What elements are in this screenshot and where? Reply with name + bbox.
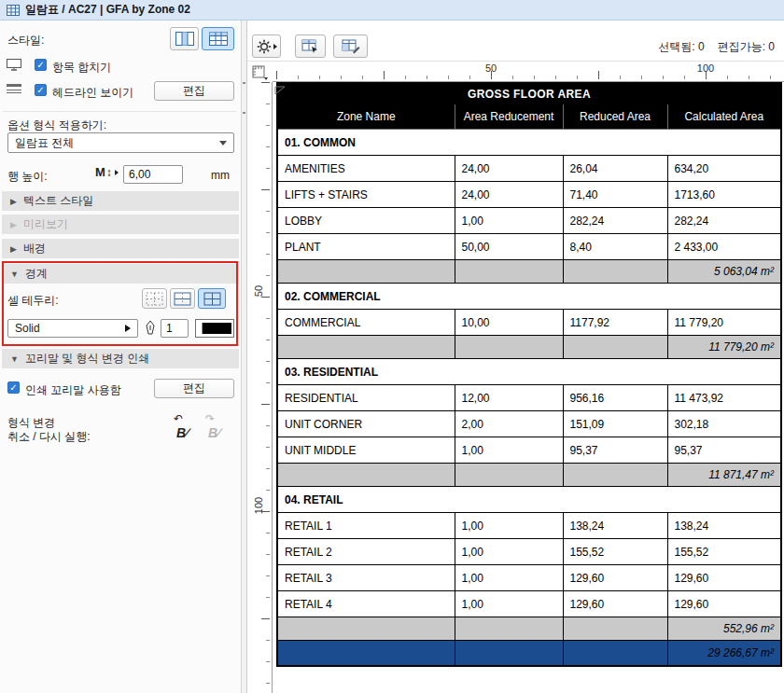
zone-name-cell[interactable]: PLANT — [277, 234, 455, 260]
value-cell[interactable]: 24,00 — [455, 182, 563, 208]
table-row: 11 871,47 m² — [277, 464, 781, 487]
zone-name-cell[interactable]: LOBBY — [277, 208, 455, 234]
zone-name-cell[interactable]: AMENITIES — [277, 156, 455, 182]
column-header[interactable]: Zone Name — [277, 104, 455, 130]
line-type-value: Solid — [15, 322, 40, 335]
value-cell[interactable]: 956,16 — [563, 385, 667, 411]
table-column-tool-button[interactable] — [295, 35, 326, 58]
section-text-style[interactable]: ▶ 텍스트 스타일 — [2, 191, 239, 211]
section-preview: ▶ 미리보기 — [2, 215, 239, 234]
value-cell[interactable]: 11 779,20 — [667, 310, 781, 336]
group-header[interactable]: 04. RETAIL — [277, 487, 781, 513]
group-header[interactable]: 01. COMMON — [277, 130, 781, 156]
value-cell[interactable]: 155,52 — [563, 539, 667, 565]
value-cell[interactable]: 282,24 — [563, 208, 667, 234]
footer-edit-button[interactable]: 편집 — [154, 379, 234, 398]
value-cell[interactable]: 71,40 — [563, 182, 667, 208]
zone-name-cell[interactable]: UNIT CORNER — [277, 411, 455, 437]
zone-name-cell[interactable]: RETAIL 3 — [277, 565, 455, 591]
h-ruler-mark-50: 50 — [485, 62, 497, 74]
headline-checkbox[interactable]: ✓ — [35, 84, 47, 96]
headline-edit-button[interactable]: 편집 — [154, 81, 234, 101]
zone-name-cell[interactable]: UNIT MIDDLE — [277, 437, 455, 464]
table-cell — [455, 336, 563, 359]
style-grid-1-button[interactable] — [170, 27, 199, 50]
value-cell[interactable]: 95,37 — [667, 437, 781, 464]
value-cell[interactable]: 129,60 — [667, 591, 781, 617]
value-cell[interactable]: 129,60 — [563, 565, 667, 591]
format-undo-button[interactable]: ↶B∕ — [171, 414, 199, 440]
pen-color-button[interactable] — [195, 319, 234, 338]
schedule-canvas[interactable]: GROSS FLOOR AREAZone NameArea Reducement… — [273, 82, 784, 693]
row-height-input[interactable] — [123, 165, 183, 184]
value-cell[interactable]: 155,52 — [667, 539, 781, 565]
pen-weight-input[interactable] — [161, 319, 189, 338]
zone-name-cell[interactable]: RETAIL 4 — [277, 591, 455, 617]
value-cell[interactable]: 24,00 — [455, 156, 563, 182]
section-border[interactable]: ▼ 경계 — [2, 264, 239, 284]
value-cell[interactable]: 1,00 — [455, 591, 563, 617]
value-cell[interactable]: 1,00 — [455, 539, 563, 565]
value-cell[interactable]: 1713,60 — [667, 182, 781, 208]
apply-format-select[interactable]: 일람표 전체 — [7, 132, 234, 153]
value-cell[interactable]: 634,20 — [667, 156, 781, 182]
schedule-toolbar: 선택됨: 0 편집가능: 0 — [247, 21, 784, 62]
format-redo-button[interactable]: ↷B∕ — [203, 414, 231, 440]
vertical-ruler[interactable]: 50 100 — [247, 82, 273, 693]
value-cell[interactable]: 2 433,00 — [667, 234, 781, 260]
value-cell[interactable]: 282,24 — [667, 208, 781, 234]
border-none-button[interactable] — [142, 288, 167, 309]
h-ruler-mark-100: 100 — [697, 62, 714, 74]
print-footer-checkbox[interactable]: ✓ — [7, 381, 20, 394]
section-footer-print[interactable]: ▼ 꼬리말 및 형식 변경 인쇄 — [2, 349, 239, 368]
section-text-style-label: 텍스트 스타일 — [23, 193, 93, 209]
zone-name-cell[interactable]: RESIDENTIAL — [277, 385, 455, 411]
value-cell[interactable]: 12,00 — [455, 385, 563, 411]
collapsed-arrow-icon: ▶ — [10, 220, 17, 229]
subtotal-cell: 552,96 m² — [667, 617, 781, 641]
value-cell[interactable]: 50,00 — [455, 234, 563, 260]
table-cell — [277, 617, 455, 641]
zone-name-cell[interactable]: COMMERCIAL — [277, 310, 455, 336]
column-header[interactable]: Reduced Area — [563, 104, 667, 130]
value-cell[interactable]: 1,00 — [455, 437, 563, 464]
scrollbar-mark — [243, 112, 245, 114]
border-all-button[interactable] — [198, 288, 226, 309]
value-cell[interactable]: 138,24 — [563, 513, 667, 539]
archicad-schedule-window: 일람표 / AC27 | GFA by Zone 02 스타일: ✓ 항목 합치… — [0, 0, 784, 693]
merge-items-checkbox[interactable]: ✓ — [35, 59, 47, 71]
column-header[interactable]: Calculated Area — [667, 104, 781, 130]
value-cell[interactable]: 11 473,92 — [667, 385, 781, 411]
value-cell[interactable]: 1177,92 — [563, 310, 667, 336]
zone-name-cell[interactable]: RETAIL 1 — [277, 513, 455, 539]
scheme-settings-button[interactable] — [252, 35, 281, 58]
group-header[interactable]: 03. RESIDENTIAL — [277, 359, 781, 385]
value-cell[interactable]: 1,00 — [455, 208, 563, 234]
section-background[interactable]: ▶ 배경 — [2, 239, 239, 258]
border-horizontal-button[interactable] — [170, 288, 195, 309]
column-header[interactable]: Area Reducement — [455, 104, 563, 130]
group-header[interactable]: 02. COMMERCIAL — [277, 284, 781, 310]
value-cell[interactable]: 138,24 — [667, 513, 781, 539]
value-cell[interactable]: 129,60 — [563, 591, 667, 617]
zone-name-cell[interactable]: RETAIL 2 — [277, 539, 455, 565]
value-cell[interactable]: 129,60 — [667, 565, 781, 591]
value-cell[interactable]: 10,00 — [455, 310, 563, 336]
value-cell[interactable]: 95,37 — [563, 437, 667, 464]
value-cell[interactable]: 151,09 — [563, 411, 667, 437]
value-cell[interactable]: 1,00 — [455, 513, 563, 539]
table-format-tool-button[interactable] — [333, 35, 368, 58]
sidebar-scrollbar[interactable] — [241, 21, 247, 693]
table-row: UNIT CORNER2,00151,09302,18 — [277, 411, 781, 437]
line-type-select[interactable]: Solid — [7, 319, 138, 338]
value-cell[interactable]: 1,00 — [455, 565, 563, 591]
value-cell[interactable]: 302,18 — [667, 411, 781, 437]
value-cell[interactable]: 2,00 — [455, 411, 563, 437]
style-grid-2-button[interactable] — [202, 27, 234, 50]
value-cell[interactable]: 8,40 — [563, 234, 667, 260]
horizontal-ruler[interactable]: 50 100 — [273, 62, 784, 82]
value-cell[interactable]: 26,04 — [563, 156, 667, 182]
ruler-options-button[interactable] — [249, 63, 271, 83]
scrollbar-mark — [243, 82, 245, 84]
zone-name-cell[interactable]: LIFTS + STAIRS — [277, 182, 455, 208]
